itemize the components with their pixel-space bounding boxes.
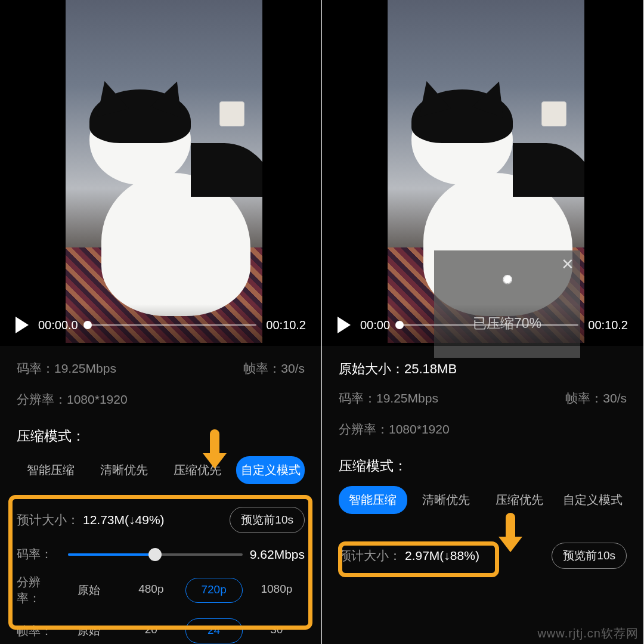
playback-bar: 00:00 00:10.2 (322, 304, 643, 346)
play-icon[interactable] (16, 317, 29, 333)
predicted-size: 预计大小：12.73M(↓49%) (17, 512, 165, 528)
res-480p[interactable]: 480p (123, 578, 179, 603)
preview-button[interactable]: 预览前10s (552, 543, 627, 569)
tab-compress[interactable]: 压缩优先 (485, 486, 554, 514)
panel-right: ✕ 已压缩70% 00:00 00:10.2 (322, 0, 644, 644)
play-icon[interactable] (338, 317, 351, 333)
resolution-row: 分辨率： 原始 480p 720p 1080p (17, 574, 305, 606)
seek-track[interactable] (88, 324, 257, 326)
seek-thumb[interactable] (395, 321, 404, 329)
custom-settings: 预计大小：12.73M(↓49%) 预览前10s 码率： 9.62Mbps 分辨… (0, 496, 321, 644)
seek-track[interactable] (400, 324, 578, 326)
mode-tabs: 智能压缩 清晰优先 压缩优先 自定义模式 (322, 482, 643, 520)
spinner-icon (494, 276, 521, 304)
tab-smart[interactable]: 智能压缩 (17, 456, 85, 484)
resolution-label: 分辨率： (17, 392, 67, 406)
video-info: 原始大小：25.18MB 码率：19.25Mbps 帧率：30/s 分辨率：10… (322, 346, 643, 438)
mode-tabs: 智能压缩 清晰优先 压缩优先 自定义模式 (0, 453, 321, 490)
playback-bar: 00:00.0 00:10.2 (0, 304, 321, 346)
framerate-label: 帧率： (243, 361, 281, 375)
panel-left: 00:00.0 00:10.2 码率：19.25Mbps 帧率：30/s 分辨率… (0, 0, 322, 644)
res-original[interactable]: 原始 (61, 578, 117, 603)
resolution-value: 1080*1920 (67, 392, 128, 406)
video-frame (66, 0, 262, 343)
bitrate-slider[interactable] (68, 553, 243, 556)
mode-label: 压缩模式： (322, 452, 643, 482)
tab-compress[interactable]: 压缩优先 (163, 456, 232, 484)
tab-smart[interactable]: 智能压缩 (339, 486, 407, 514)
predicted-size: 预计大小：2.97M(↓88%) (339, 547, 479, 564)
res-720p[interactable]: 720p (185, 578, 243, 603)
tab-custom[interactable]: 自定义模式 (558, 486, 627, 514)
fps-24[interactable]: 24 (185, 618, 243, 643)
orig-size-value: 25.18MB (404, 361, 457, 376)
watermark: www.rjtj.cn软荐网 (537, 626, 643, 642)
time-current: 00:00 (360, 318, 390, 332)
slider-thumb[interactable] (148, 548, 162, 561)
framerate-row: 帧率： 原始 20 24 30 (17, 618, 305, 643)
fps-30[interactable]: 30 (249, 618, 305, 643)
bitrate-value: 19.25Mbps (54, 361, 116, 375)
wall-outlet (219, 101, 244, 126)
bitrate-row: 码率： 9.62Mbps (17, 546, 305, 562)
time-total: 00:10.2 (588, 318, 628, 332)
video-preview: 00:00.0 00:10.2 (0, 0, 321, 346)
framerate-value: 30/s (281, 361, 305, 375)
tab-quality[interactable]: 清晰优先 (90, 456, 159, 484)
orig-size-label: 原始大小： (339, 361, 404, 376)
time-total: 00:10.2 (266, 318, 306, 332)
fps-original[interactable]: 原始 (61, 618, 117, 643)
predicted-size-row: 预计大小：2.97M(↓88%) 预览前10s (322, 526, 643, 593)
close-icon[interactable]: ✕ (561, 255, 574, 274)
video-preview: ✕ 已压缩70% 00:00 00:10.2 (322, 0, 643, 346)
res-1080p[interactable]: 1080p (249, 578, 305, 603)
mode-label: 压缩模式： (0, 422, 321, 453)
time-current: 00:00.0 (38, 318, 78, 332)
fps-20[interactable]: 20 (123, 618, 179, 643)
tab-custom[interactable]: 自定义模式 (236, 456, 305, 484)
preview-button[interactable]: 预览前10s (230, 507, 305, 533)
bitrate-output: 9.62Mbps (250, 547, 305, 562)
bitrate-label: 码率： (17, 361, 54, 375)
video-info: 码率：19.25Mbps 帧率：30/s 分辨率：1080*1920 (0, 346, 321, 408)
seek-thumb[interactable] (83, 321, 92, 329)
wall-outlet (541, 101, 566, 126)
tab-quality[interactable]: 清晰优先 (412, 486, 481, 514)
